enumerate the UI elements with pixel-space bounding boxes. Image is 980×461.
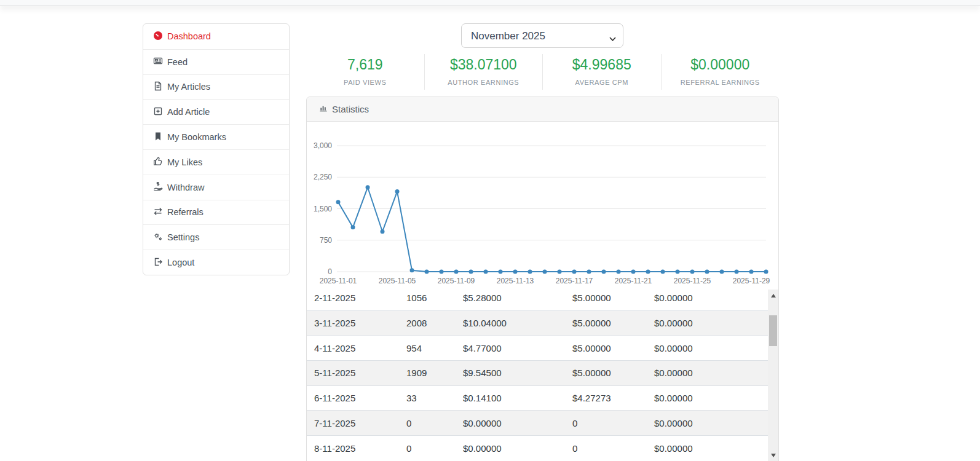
table-cell: 4-11-2025 bbox=[307, 336, 399, 361]
panel-title: Statistics bbox=[332, 97, 369, 122]
table-cell: $0.00000 bbox=[456, 436, 565, 461]
table-cell: $5.28000 bbox=[456, 290, 565, 310]
stat-value: $4.99685 bbox=[543, 57, 661, 73]
stat-average-cpm: $4.99685 AVERAGE CPM bbox=[542, 54, 661, 90]
table-row: 7-11-20250$0.000000$0.00000 bbox=[307, 411, 768, 436]
sidebar-item-label: Logout bbox=[167, 258, 194, 267]
stat-label: PAID VIEWS bbox=[306, 79, 424, 86]
stats-row: 7,619 PAID VIEWS $38.07100 AUTHOR EARNIN… bbox=[306, 54, 779, 90]
scrollbar-thumb[interactable] bbox=[769, 315, 777, 346]
sidebar-item-label: My Likes bbox=[167, 157, 202, 167]
table-cell: 0 bbox=[399, 436, 456, 461]
svg-text:2025-11-09: 2025-11-09 bbox=[438, 277, 475, 285]
table-cell: $0.00000 bbox=[647, 436, 768, 461]
table-cell: 7-11-2025 bbox=[307, 411, 399, 436]
sidebar-item-my-likes[interactable]: My Likes bbox=[143, 149, 289, 175]
table-cell: 1909 bbox=[399, 361, 456, 386]
sidebar-item-label: Dashboard bbox=[167, 31, 211, 41]
table-cell: $4.27273 bbox=[565, 385, 647, 411]
stats-table: 2-11-20251056$5.28000$5.00000$0.000003-1… bbox=[307, 290, 768, 460]
thumbs-up-icon bbox=[153, 156, 163, 168]
month-select-wrap: November 2025 bbox=[461, 23, 623, 48]
sidebar-item-label: Withdraw bbox=[167, 183, 204, 192]
sidebar-item-dashboard[interactable]: Dashboard bbox=[143, 24, 289, 49]
plus-square-icon bbox=[153, 106, 163, 118]
svg-text:2025-11-01: 2025-11-01 bbox=[320, 277, 357, 285]
sidebar-item-withdraw[interactable]: Withdraw bbox=[143, 175, 289, 200]
gears-icon bbox=[153, 232, 163, 243]
stat-label: REFERRAL EARNINGS bbox=[662, 79, 780, 86]
file-icon bbox=[153, 81, 163, 93]
sidebar-item-my-articles[interactable]: My Articles bbox=[143, 74, 289, 100]
table-cell: 954 bbox=[399, 336, 456, 361]
scroll-down-arrow-icon[interactable] bbox=[768, 451, 778, 460]
sidebar-item-logout[interactable]: Logout bbox=[143, 250, 289, 275]
table-row: 8-11-20250$0.000000$0.00000 bbox=[307, 436, 768, 461]
stat-label: AUTHOR EARNINGS bbox=[425, 79, 543, 86]
table-scrollbar[interactable] bbox=[768, 290, 778, 461]
table-cell: 2-11-2025 bbox=[307, 290, 399, 310]
table-cell: $9.54500 bbox=[456, 361, 565, 386]
table-cell: $5.00000 bbox=[565, 290, 647, 310]
bookmark-icon bbox=[153, 132, 163, 143]
svg-text:2025-11-25: 2025-11-25 bbox=[674, 277, 711, 285]
table-cell: 1056 bbox=[399, 290, 456, 310]
table-cell: 0 bbox=[399, 411, 456, 436]
sidebar-item-label: My Bookmarks bbox=[167, 132, 226, 142]
tachometer-icon bbox=[153, 31, 163, 42]
sidebar-item-settings[interactable]: Settings bbox=[143, 224, 289, 250]
bar-chart-icon bbox=[319, 97, 328, 122]
stat-value: $38.07100 bbox=[425, 57, 543, 73]
table-cell: $5.00000 bbox=[565, 310, 647, 336]
top-navbar bbox=[0, 0, 980, 6]
line-chart-svg: 07501,5002,2503,0002025-11-012025-11-052… bbox=[307, 122, 778, 290]
sidebar-item-label: My Articles bbox=[167, 82, 210, 92]
scroll-up-arrow-icon[interactable] bbox=[768, 291, 778, 301]
svg-text:2025-11-13: 2025-11-13 bbox=[497, 277, 534, 285]
table-cell: $0.00000 bbox=[647, 411, 768, 436]
month-select[interactable]: November 2025 bbox=[461, 23, 623, 48]
sidebar-item-referrals[interactable]: Referrals bbox=[143, 200, 289, 225]
table-cell: $0.00000 bbox=[647, 310, 768, 336]
stat-value: $0.00000 bbox=[662, 57, 780, 73]
hand-holding-usd-icon bbox=[153, 181, 163, 193]
statistics-panel-header: Statistics bbox=[307, 97, 778, 122]
sidebar-item-label: Settings bbox=[167, 232, 199, 242]
table-cell: $0.00000 bbox=[647, 336, 768, 361]
table-cell: $0.00000 bbox=[647, 361, 768, 386]
sidebar-item-my-bookmarks[interactable]: My Bookmarks bbox=[143, 124, 289, 149]
svg-text:750: 750 bbox=[320, 236, 332, 245]
table-cell: $5.00000 bbox=[565, 361, 647, 386]
svg-text:2025-11-05: 2025-11-05 bbox=[379, 277, 416, 285]
table-cell: 2008 bbox=[399, 310, 456, 336]
svg-text:0: 0 bbox=[328, 267, 332, 276]
table-cell: 0 bbox=[565, 436, 647, 461]
stat-author-earnings: $38.07100 AUTHOR EARNINGS bbox=[424, 54, 543, 90]
table-cell: 8-11-2025 bbox=[307, 436, 399, 461]
exchange-icon bbox=[153, 207, 163, 218]
table-cell: $10.04000 bbox=[456, 310, 565, 336]
svg-text:2,250: 2,250 bbox=[314, 173, 332, 181]
stat-value: 7,619 bbox=[306, 57, 424, 73]
table-row: 6-11-202533$0.14100$4.27273$0.00000 bbox=[307, 385, 768, 411]
table-cell: $0.00000 bbox=[647, 290, 768, 310]
sidebar-item-label: Referrals bbox=[167, 207, 204, 217]
table-cell: $0.14100 bbox=[456, 385, 565, 411]
table-cell: $0.00000 bbox=[647, 385, 768, 411]
table-row: 4-11-2025954$4.77000$5.00000$0.00000 bbox=[307, 336, 768, 361]
stat-referral-earnings: $0.00000 REFERRAL EARNINGS bbox=[661, 54, 780, 90]
sidebar-item-add-article[interactable]: Add Article bbox=[143, 99, 289, 124]
svg-text:3,000: 3,000 bbox=[314, 141, 332, 150]
table-cell: 5-11-2025 bbox=[307, 361, 399, 386]
svg-text:2025-11-21: 2025-11-21 bbox=[615, 277, 652, 285]
statistics-panel: Statistics 07501,5002,2503,0002025-11-01… bbox=[306, 97, 779, 461]
table-cell: 6-11-2025 bbox=[307, 385, 399, 411]
table-cell: $5.00000 bbox=[565, 336, 647, 361]
newspaper-icon bbox=[153, 56, 163, 68]
stats-table-scroll[interactable]: 2-11-20251056$5.28000$5.00000$0.000003-1… bbox=[307, 290, 778, 461]
table-cell: 33 bbox=[399, 385, 456, 411]
paid-views-chart: 07501,5002,2503,0002025-11-012025-11-052… bbox=[307, 122, 778, 290]
sidebar-item-feed[interactable]: Feed bbox=[143, 49, 289, 74]
svg-text:1,500: 1,500 bbox=[314, 205, 332, 213]
stats-table-body: 2-11-20251056$5.28000$5.00000$0.000003-1… bbox=[307, 290, 768, 460]
